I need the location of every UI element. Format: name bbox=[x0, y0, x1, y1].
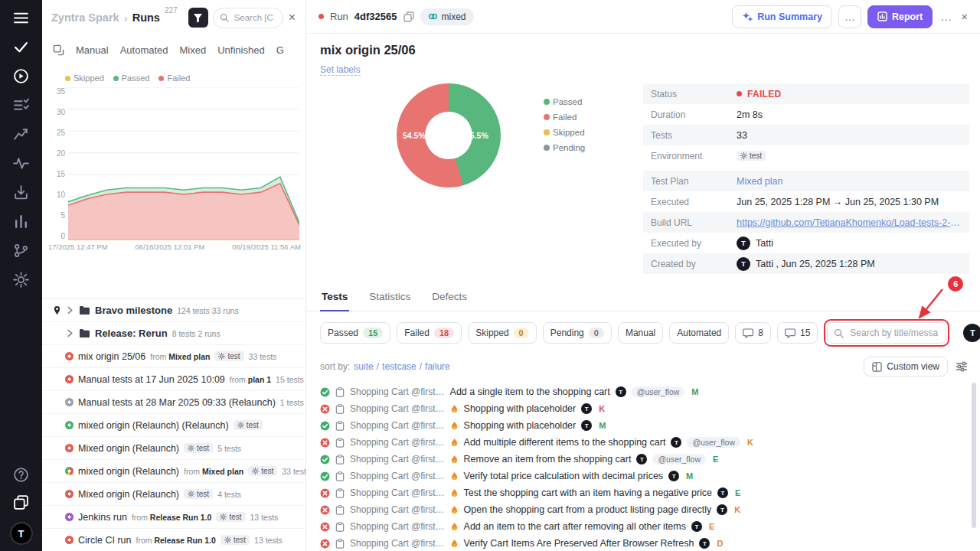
custom-view-button[interactable]: Custom view bbox=[864, 357, 948, 377]
close-panel-icon[interactable]: × bbox=[288, 11, 296, 24]
user-avatar[interactable]: T bbox=[963, 324, 980, 342]
test-row[interactable]: Shopping Cart @first…Verify total price … bbox=[320, 468, 969, 484]
test-row[interactable]: Shopping Cart @first…Shopping with place… bbox=[320, 400, 969, 417]
test-row[interactable]: Shopping Cart @first…Test the shopping c… bbox=[320, 484, 969, 501]
test-title[interactable]: Shopping with placeholder bbox=[464, 403, 577, 414]
more-actions-button[interactable]: … bbox=[838, 5, 861, 28]
test-row[interactable]: Shopping Cart @first…Add a single item t… bbox=[320, 383, 969, 400]
build-url-link[interactable]: https://github.com/TetianaKhomenko/Load-… bbox=[737, 217, 962, 228]
test-title[interactable]: Remove an item from the shopping cart bbox=[464, 454, 632, 465]
info-value: TTatti , Jun 25, 2025 1:28 PM bbox=[737, 257, 875, 271]
run-row[interactable]: Manual tests at 17 Jun 2025 10:09from pl… bbox=[42, 368, 305, 391]
test-title[interactable]: Add multiple different items to the shop… bbox=[464, 437, 666, 448]
tune-sliders-icon[interactable] bbox=[956, 360, 968, 373]
suite-name[interactable]: Shopping Cart @first… bbox=[350, 487, 445, 498]
run-row[interactable]: Circle CI runfrom Release Run 1.0test13 … bbox=[42, 529, 305, 551]
runs-play-icon[interactable] bbox=[13, 68, 29, 84]
left-tab-unfinished[interactable]: Unfinished bbox=[217, 44, 264, 56]
chip-label: Passed bbox=[328, 328, 358, 338]
test-plan-link[interactable]: Mixed plan bbox=[737, 176, 782, 187]
test-title[interactable]: Verify total price calculation with deci… bbox=[464, 471, 664, 481]
run-summary-button[interactable]: Run Summary bbox=[732, 5, 832, 28]
filter-chip-passed[interactable]: Passed15 bbox=[320, 322, 390, 344]
close-run-icon[interactable]: × bbox=[959, 10, 969, 23]
test-row[interactable]: Shopping Cart @first…Open the shopping c… bbox=[320, 501, 969, 518]
activity-pulse-icon[interactable] bbox=[13, 155, 29, 171]
milestone-row[interactable]: Bravo milestone124 tests 33 runs bbox=[42, 299, 305, 322]
suite-name[interactable]: Shopping Cart @first… bbox=[350, 538, 445, 549]
run-row[interactable]: Mixed origin (Relaunch)test5 tests bbox=[42, 437, 305, 460]
sort-by-suite[interactable]: suite bbox=[354, 361, 373, 372]
menu-icon[interactable] bbox=[13, 10, 29, 26]
sort-by-failure[interactable]: failure bbox=[425, 361, 450, 372]
left-tab-automated[interactable]: Automated bbox=[120, 44, 168, 56]
left-tab-g[interactable]: G bbox=[276, 44, 284, 56]
filter-chip-skipped[interactable]: Skipped0 bbox=[468, 322, 537, 344]
scrollbar[interactable] bbox=[972, 383, 976, 528]
tab-tests[interactable]: Tests bbox=[320, 283, 349, 311]
run-row[interactable]: Jenkins runfrom Release Run 1.0test13 te… bbox=[42, 506, 305, 529]
trend-chart-icon[interactable] bbox=[13, 126, 29, 142]
suite-name[interactable]: Shopping Cart @first… bbox=[350, 521, 445, 532]
suite-name[interactable]: Shopping Cart @first… bbox=[350, 420, 445, 431]
run-from: from Release Run 1.0 bbox=[136, 536, 215, 545]
test-title[interactable]: Open the shopping cart from a product li… bbox=[464, 504, 712, 515]
sort-by-testcase[interactable]: testcase bbox=[382, 361, 416, 372]
runs-search-input[interactable] bbox=[233, 12, 276, 23]
test-row[interactable]: Shopping Cart @first…Shopping with place… bbox=[320, 417, 969, 434]
test-title[interactable]: Test the shopping cart with an item havi… bbox=[464, 487, 713, 498]
test-title[interactable]: Add an item to the cart after removing a… bbox=[464, 521, 686, 532]
filter-button[interactable] bbox=[188, 8, 208, 28]
run-row[interactable]: mix origin 25/06from Mixed plantest33 te… bbox=[42, 345, 305, 368]
test-row[interactable]: Shopping Cart @first…Add an item to the … bbox=[320, 518, 969, 535]
run-row[interactable]: mixed origin (Relaunch)from Mixed plante… bbox=[42, 460, 305, 483]
comments-filter-chip[interactable]: 8 bbox=[735, 322, 771, 344]
tab-statistics[interactable]: Statistics bbox=[368, 283, 412, 311]
projects-icon[interactable] bbox=[13, 494, 29, 510]
test-row[interactable]: Shopping Cart @first…Add multiple differ… bbox=[320, 434, 969, 451]
run-row[interactable]: Manual tests at 28 Mar 2025 09:33 (Relau… bbox=[42, 391, 305, 414]
test-title[interactable]: Shopping with placeholder bbox=[464, 420, 577, 431]
bar-chart-icon[interactable] bbox=[13, 214, 29, 230]
runs-search[interactable] bbox=[213, 8, 283, 28]
comment-icon bbox=[785, 328, 795, 338]
suite-name[interactable]: Shopping Cart @first… bbox=[350, 471, 445, 481]
left-tab-manual[interactable]: Manual bbox=[76, 44, 109, 56]
suite-name[interactable]: Shopping Cart @first… bbox=[350, 437, 445, 448]
checkmark-icon[interactable] bbox=[13, 39, 29, 55]
tests-search-input[interactable] bbox=[848, 327, 939, 339]
suite-name[interactable]: Shopping Cart @first… bbox=[350, 403, 445, 414]
test-title[interactable]: Add a single item to the shopping cart bbox=[450, 386, 610, 397]
overflow-menu-icon[interactable]: … bbox=[939, 10, 953, 23]
test-list-icon[interactable] bbox=[13, 97, 29, 113]
report-button[interactable]: Report bbox=[867, 5, 933, 28]
test-title[interactable]: Verify Cart Items Are Preserved After Br… bbox=[464, 538, 694, 549]
suite-name[interactable]: Shopping Cart @first… bbox=[350, 386, 445, 397]
left-tab-mixed[interactable]: Mixed bbox=[180, 44, 207, 56]
filter-chip-failed[interactable]: Failed18 bbox=[397, 322, 462, 344]
set-labels-link[interactable]: Set labels bbox=[320, 64, 361, 76]
tab-defects[interactable]: Defects bbox=[430, 283, 469, 311]
import-tray-icon[interactable] bbox=[13, 184, 29, 201]
run-row[interactable]: Mixed origin (Relaunch)test4 tests bbox=[42, 483, 305, 506]
filter-chip-automated[interactable]: Automated bbox=[669, 322, 729, 344]
comments-filter-chip[interactable]: 15 bbox=[777, 322, 818, 344]
user-avatar[interactable]: T bbox=[10, 522, 33, 545]
help-icon[interactable] bbox=[13, 467, 29, 483]
run-row[interactable]: mixed origin (Relaunch) (Relaunch)test bbox=[42, 414, 305, 437]
git-branch-icon[interactable] bbox=[13, 243, 29, 259]
copy-icon[interactable] bbox=[403, 11, 414, 22]
batch-select-icon[interactable] bbox=[53, 44, 64, 56]
chevron-right-icon[interactable] bbox=[66, 329, 74, 337]
test-row[interactable]: Shopping Cart @first…Verify Cart Items A… bbox=[320, 535, 969, 551]
milestone-row[interactable]: Release: Rerun8 tests 2 runs bbox=[42, 322, 305, 345]
filter-chip-manual[interactable]: Manual bbox=[618, 322, 663, 344]
tests-search[interactable] bbox=[827, 322, 946, 344]
suite-name[interactable]: Shopping Cart @first… bbox=[350, 454, 445, 465]
test-row[interactable]: Shopping Cart @first…Remove an item from… bbox=[320, 451, 969, 468]
chevron-right-icon[interactable] bbox=[66, 306, 74, 315]
suite-name[interactable]: Shopping Cart @first… bbox=[350, 504, 445, 515]
gear-icon[interactable] bbox=[13, 272, 29, 288]
chip-label: Manual bbox=[626, 328, 655, 338]
filter-chip-pending[interactable]: Pending0 bbox=[543, 322, 612, 344]
